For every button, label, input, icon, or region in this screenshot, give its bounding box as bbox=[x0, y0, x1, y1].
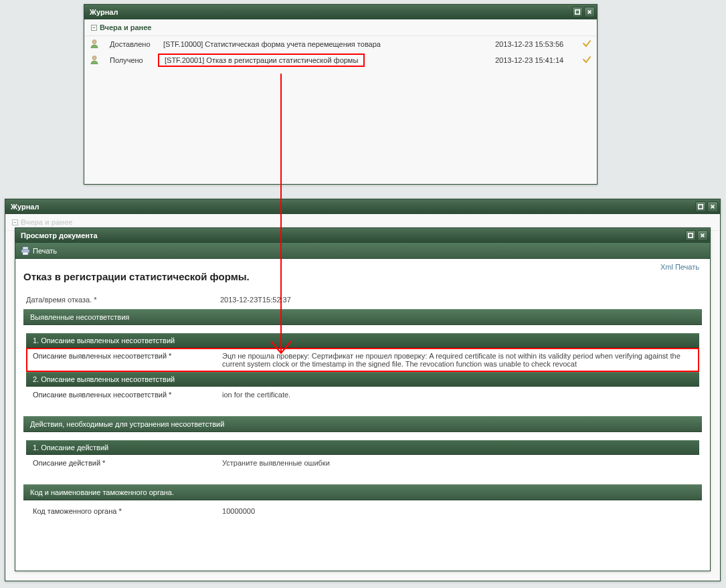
titlebar-buttons bbox=[695, 201, 718, 212]
svg-point-2 bbox=[92, 56, 96, 60]
group-label: Вчера и ранее bbox=[100, 23, 151, 31]
journal-table: Доставлено [STF.10000] Статистическая фо… bbox=[84, 36, 597, 68]
svg-rect-4 bbox=[689, 233, 693, 237]
maximize-icon bbox=[688, 233, 693, 238]
journal-window-bottom: Журнал − Вчера и ранее Просмотр документ… bbox=[5, 199, 721, 581]
svg-rect-0 bbox=[575, 10, 579, 14]
viewer-title: Просмотр документа bbox=[21, 231, 98, 239]
journal-window-top: Журнал − Вчера и ранее Доставлено [STF.1… bbox=[84, 4, 598, 185]
action-value: Устраните выявленные ошибки bbox=[222, 459, 681, 467]
collapse-icon: − bbox=[91, 25, 97, 31]
datetime-row: Дата/время отказа. * 2013-12-23T15:52:37 bbox=[26, 296, 699, 304]
subject-cell-highlight: [STF.20001] Отказ в регистрации статисти… bbox=[158, 54, 365, 67]
datetime-value: 2013-12-23T15:52:37 bbox=[220, 296, 291, 304]
titlebar-buttons bbox=[572, 7, 595, 17]
collapse-icon: − bbox=[12, 219, 18, 225]
datetime-label: Дата/время отказа. * bbox=[26, 296, 220, 304]
customs-section-header: Код и наименование таможенного органа. bbox=[23, 484, 702, 500]
close-button[interactable] bbox=[584, 7, 595, 17]
table-row[interactable]: Доставлено [STF.10000] Статистическая фо… bbox=[84, 36, 597, 52]
issue1-header: 1. Описание выявленных несоответствий bbox=[26, 333, 699, 348]
customs-label: Код таможенного органа * bbox=[33, 507, 220, 515]
issues-section-header: Выявленные несоответствия bbox=[23, 309, 702, 325]
issue2-value: ion for the certificate. bbox=[222, 391, 681, 399]
status-cell: Доставлено bbox=[104, 36, 158, 52]
issue1-value: Эцп не прошла проверку: Сертификат не пр… bbox=[222, 352, 681, 368]
check-icon bbox=[582, 39, 592, 48]
issue2-body: Описание выявленных несоответствий * ion… bbox=[26, 387, 699, 403]
subject-cell: [STF.10000] Статистическая форма учета п… bbox=[158, 36, 490, 52]
customs-value: 10000000 bbox=[222, 507, 681, 515]
titlebar[interactable]: Журнал bbox=[5, 199, 720, 214]
close-icon bbox=[587, 9, 592, 15]
maximize-button[interactable] bbox=[685, 230, 696, 241]
maximize-button[interactable] bbox=[695, 201, 706, 212]
svg-rect-7 bbox=[23, 252, 28, 255]
table-row[interactable]: Получено [STF.20001] Отказ в регистрации… bbox=[84, 52, 597, 68]
issue1-body-highlight: Описание выявленных несоответствий * Эцп… bbox=[26, 348, 699, 372]
action-label: Описание действий * bbox=[33, 459, 220, 467]
close-button[interactable] bbox=[707, 201, 718, 212]
maximize-icon bbox=[575, 9, 580, 15]
xml-print-link[interactable]: Xml Печать bbox=[660, 263, 699, 271]
close-button[interactable] bbox=[697, 230, 708, 241]
actions-section-header: Действия, необходимые для устранения нес… bbox=[23, 416, 702, 432]
close-icon bbox=[700, 233, 705, 238]
maximize-button[interactable] bbox=[572, 7, 583, 17]
viewer-toolbar: Печать bbox=[15, 243, 710, 259]
status-cell: Получено bbox=[104, 52, 158, 68]
svg-rect-3 bbox=[699, 205, 703, 209]
print-icon bbox=[21, 246, 30, 256]
action1-header: 1. Описание действий bbox=[26, 440, 699, 455]
document-viewer-window: Просмотр документа Печать Xml Печать Отк… bbox=[15, 227, 711, 571]
group-label: Вчера и ранее bbox=[21, 218, 72, 226]
close-icon bbox=[710, 204, 715, 209]
document-title: Отказ в регистрации статистической формы… bbox=[23, 271, 702, 282]
customs-body: Код таможенного органа * 10000000 bbox=[26, 500, 699, 519]
user-icon bbox=[90, 39, 99, 48]
action1-body: Описание действий * Устраните выявленные… bbox=[26, 455, 699, 471]
viewer-titlebar[interactable]: Просмотр документа bbox=[15, 228, 710, 243]
svg-point-1 bbox=[92, 40, 96, 44]
check-icon bbox=[582, 55, 592, 64]
time-cell: 2013-12-23 15:53:56 bbox=[490, 36, 577, 52]
subject-cell: [STF.20001] Отказ в регистрации статисти… bbox=[165, 56, 358, 64]
issue2-header: 2. Описание выявленных несоответствий bbox=[26, 372, 699, 387]
maximize-icon bbox=[698, 204, 703, 209]
issue2-label: Описание выявленных несоответствий * bbox=[33, 391, 220, 399]
svg-rect-5 bbox=[23, 247, 28, 250]
titlebar[interactable]: Журнал bbox=[84, 5, 597, 19]
window-title: Журнал bbox=[90, 8, 118, 16]
group-header[interactable]: − Вчера и ранее bbox=[84, 19, 597, 36]
document-body: Xml Печать Отказ в регистрации статистич… bbox=[15, 259, 710, 527]
print-label: Печать bbox=[33, 247, 57, 255]
time-cell: 2013-12-23 15:41:14 bbox=[490, 52, 577, 68]
window-title: Журнал bbox=[11, 203, 39, 211]
issue1-label: Описание выявленных несоответствий * bbox=[33, 352, 220, 360]
print-button[interactable]: Печать bbox=[21, 246, 57, 256]
user-icon bbox=[90, 55, 99, 64]
titlebar-buttons bbox=[685, 230, 708, 241]
